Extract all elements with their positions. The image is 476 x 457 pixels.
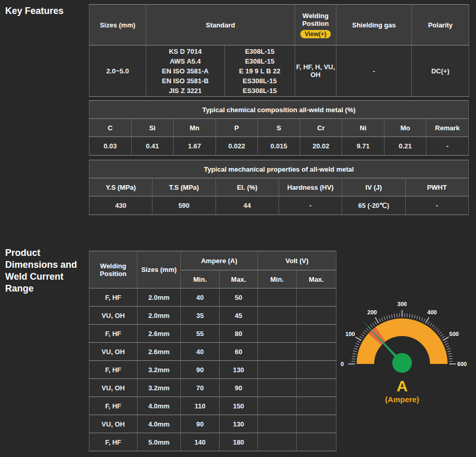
col-shielding-gas: Shielding gas [336, 5, 412, 45]
col-sizes: Sizes (mm) [89, 5, 146, 45]
amp-max-cell: 80 [220, 325, 258, 343]
welding-position-cell: F, HF [89, 361, 137, 379]
chem-header-cell: C [89, 119, 132, 137]
volt-min-cell [258, 397, 297, 415]
size-cell: 3.2mm [137, 379, 181, 397]
mech-value-cell: 430 [89, 196, 152, 215]
mech-header-cell: Y.S (MPa) [89, 178, 152, 196]
view-more-button[interactable]: View(+) [300, 30, 330, 38]
welding-position-cell: VU, OH [89, 415, 137, 433]
volt-max-cell [297, 379, 336, 397]
col-volt-min: Min. [258, 270, 297, 288]
size-cell: 2.0mm [137, 288, 181, 307]
mech-value-cell: 65 (-20℃) [342, 196, 405, 215]
size-cell: 3.2mm [137, 361, 181, 379]
volt-min-cell [258, 361, 297, 379]
key-features-data-row: 2.0~5.0 KS D 7014 AWS A5.4 EN ISO 3581-A… [89, 45, 469, 97]
welding-position-cell: F, HF [89, 433, 137, 451]
product-spec-page: Key Features Sizes (mm) Standard Welding… [0, 0, 476, 457]
standard-systems-value: KS D 7014 AWS A5.4 EN ISO 3581-A EN ISO … [146, 45, 225, 97]
mech-value-cell: 44 [216, 196, 279, 215]
amp-min-cell: 70 [181, 379, 220, 397]
standard-grades-value: E308L-15 E308L-15 E 19 9 L B 22 ES308L-1… [225, 45, 295, 97]
chem-value-cell: 0.022 [216, 137, 258, 156]
volt-max-cell [297, 343, 336, 361]
svg-text:100: 100 [345, 331, 355, 337]
amp-min-cell: 90 [181, 415, 220, 433]
chem-header-cell: Remark [426, 119, 469, 137]
chem-value-cell: 1.67 [174, 137, 216, 156]
amp-min-cell: 110 [181, 397, 220, 415]
table-row: F, HF 3.2mm 90 130 [89, 361, 336, 379]
volt-max-cell [297, 307, 336, 325]
chem-header-cell: Ni [342, 119, 385, 137]
amp-max-cell: 130 [220, 415, 258, 433]
key-features-header-row: Sizes (mm) Standard Welding Position Vie… [89, 5, 469, 45]
table-row: F, HF 5.0mm 140 180 [89, 433, 336, 451]
current-group-header-row: Welding Position Sizes (mm) Ampere (A) V… [89, 251, 336, 270]
welding-position-cell: F, HF [89, 397, 137, 415]
size-cell: 2.6mm [137, 325, 181, 343]
chem-value-cell: 0.41 [131, 137, 174, 156]
mechanical-value-row: 430 590 44 - 65 (-20℃) - [89, 196, 469, 215]
col-standard: Standard [146, 5, 295, 45]
volt-min-cell [258, 433, 297, 451]
chem-header-cell: Cr [300, 119, 342, 137]
table-row: F, HF 4.0mm 110 150 [89, 397, 336, 415]
volt-min-cell [258, 307, 297, 325]
gauge-unit-label: A [332, 378, 472, 394]
col-sizes: Sizes (mm) [137, 251, 181, 288]
chemical-value-row: 0.03 0.41 1.67 0.022 0.015 20.02 9.71 0.… [89, 137, 469, 156]
table-row: F, HF 2.6mm 55 80 [89, 325, 336, 343]
volt-max-cell [297, 397, 336, 415]
volt-max-cell [297, 433, 336, 451]
table-row: F, HF 2.0mm 40 50 [89, 288, 336, 307]
volt-max-cell [297, 325, 336, 343]
key-features-heading: Key Features [5, 5, 64, 17]
mech-value-cell: - [279, 196, 342, 215]
mech-header-cell: IV (J) [342, 178, 405, 196]
size-cell: 2.6mm [137, 343, 181, 361]
volt-min-cell [258, 379, 297, 397]
mech-header-cell: PWHT [405, 178, 468, 196]
volt-max-cell [297, 415, 336, 433]
mechanical-properties-table: Typical mechanical properties of all-wel… [89, 160, 469, 215]
polarity-value: DC(+) [412, 45, 469, 97]
amp-max-cell: 60 [220, 343, 258, 361]
size-cell: 4.0mm [137, 397, 181, 415]
chem-header-cell: Mn [174, 119, 216, 137]
chem-header-cell: Mo [384, 119, 426, 137]
ampere-gauge: 0100200300400500600 A (Ampere) [332, 296, 472, 404]
volt-min-cell [258, 343, 297, 361]
welding-position-cell: VU, OH [89, 343, 137, 361]
col-volt-group: Volt (V) [258, 251, 336, 270]
amp-min-cell: 40 [181, 288, 220, 307]
mech-header-cell: El. (%) [216, 178, 279, 196]
table-row: VU, OH 4.0mm 90 130 [89, 415, 336, 433]
chem-header-cell: Si [131, 119, 174, 137]
gauge-dial-icon: 0100200300400500600 [332, 296, 472, 374]
amp-min-cell: 90 [181, 361, 220, 379]
amp-max-cell: 130 [220, 361, 258, 379]
welding-position-cell: F, HF [89, 288, 137, 307]
mech-value-cell: - [405, 196, 468, 215]
mech-header-cell: Hardness (HV) [279, 178, 342, 196]
amp-min-cell: 40 [181, 343, 220, 361]
volt-min-cell [258, 288, 297, 307]
welding-position-cell: VU, OH [89, 379, 137, 397]
amp-max-cell: 180 [220, 433, 258, 451]
welding-position-label: Welding Position [302, 12, 329, 27]
svg-text:0: 0 [341, 361, 344, 367]
mechanical-header-row: Y.S (MPa) T.S (MPa) El. (%) Hardness (HV… [89, 178, 469, 196]
key-features-table: Sizes (mm) Standard Welding Position Vie… [89, 4, 469, 97]
chemical-header-row: C Si Mn P S Cr Ni Mo Remark [89, 119, 469, 137]
amp-min-cell: 55 [181, 325, 220, 343]
svg-text:500: 500 [449, 331, 458, 337]
product-dimensions-heading: Product Dimensions and Weld Current Rang… [5, 247, 93, 295]
weld-current-table: Welding Position Sizes (mm) Ampere (A) V… [89, 251, 336, 451]
col-volt-max: Max. [297, 270, 336, 288]
svg-text:200: 200 [367, 309, 377, 315]
chemical-table-title-row: Typical chemical composition all-weld me… [89, 101, 469, 119]
mech-value-cell: 590 [152, 196, 216, 215]
volt-max-cell [297, 361, 336, 379]
